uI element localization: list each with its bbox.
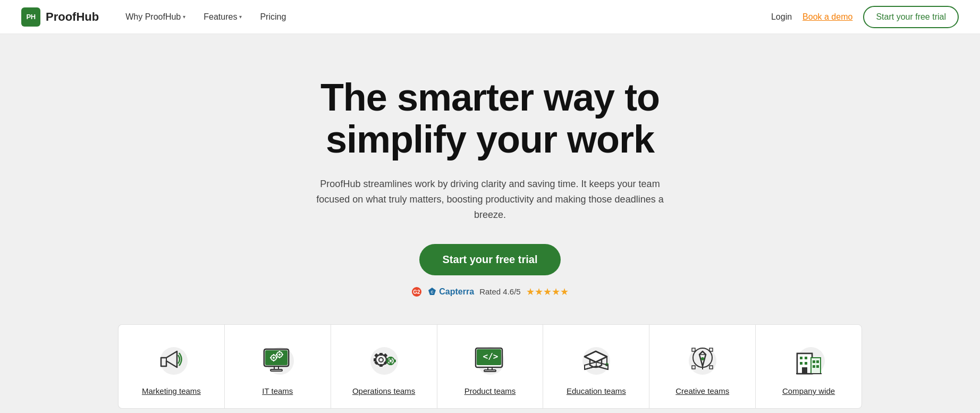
- logo-area[interactable]: PH ProofHub: [21, 7, 99, 27]
- product-label: Product teams: [464, 386, 516, 395]
- it-icon: [256, 341, 299, 378]
- creative-label: Creative teams: [675, 386, 729, 395]
- nav-pricing[interactable]: Pricing: [252, 8, 293, 26]
- svg-rect-38: [386, 360, 388, 363]
- creative-icon: [681, 341, 724, 378]
- team-card-it[interactable]: IT teams: [224, 324, 331, 409]
- operations-icon: [362, 341, 405, 378]
- team-card-product[interactable]: </> Product teams: [437, 324, 543, 409]
- team-card-marketing[interactable]: Marketing teams: [118, 324, 224, 409]
- svg-rect-26: [379, 353, 383, 356]
- education-icon: [575, 341, 618, 378]
- svg-text:C: C: [431, 290, 434, 294]
- login-link[interactable]: Login: [771, 12, 792, 22]
- hero-ratings: G2 C Capterra Rated 4.6/5 ★★★★★: [411, 286, 568, 298]
- team-card-operations[interactable]: Operations teams: [331, 324, 437, 409]
- svg-point-56: [701, 357, 704, 360]
- nav-why-proofhub[interactable]: Why ProofHub ▾: [118, 8, 193, 26]
- nav-features[interactable]: Features ▾: [196, 8, 249, 26]
- svg-rect-28: [374, 358, 376, 361]
- svg-rect-66: [800, 362, 802, 365]
- svg-rect-37: [389, 363, 392, 365]
- svg-rect-64: [800, 357, 802, 359]
- svg-rect-72: [816, 360, 819, 363]
- svg-rect-70: [811, 358, 821, 374]
- marketing-label: Marketing teams: [142, 386, 201, 395]
- svg-point-10: [273, 357, 275, 359]
- svg-rect-71: [813, 360, 815, 363]
- svg-rect-73: [813, 365, 815, 368]
- hero-section: The smarter way to simplify your work Pr…: [0, 34, 980, 413]
- education-label: Education teams: [567, 386, 626, 395]
- product-icon: </>: [469, 341, 511, 378]
- company-icon: [788, 341, 830, 378]
- svg-rect-68: [802, 367, 807, 374]
- svg-rect-39: [394, 360, 396, 363]
- svg-point-4: [160, 347, 188, 375]
- team-card-education[interactable]: Education teams: [543, 324, 649, 409]
- hero-cta-button[interactable]: Start your free trial: [419, 244, 561, 275]
- chevron-down-icon: ▾: [183, 14, 185, 20]
- hero-title: The smarter way to simplify your work: [320, 77, 660, 161]
- svg-point-16: [278, 353, 281, 356]
- team-card-company[interactable]: Company wide: [755, 324, 862, 409]
- nav-right: Login Book a demo Start your free trial: [771, 6, 959, 28]
- svg-rect-27: [379, 364, 383, 367]
- company-label: Company wide: [782, 386, 835, 395]
- navbar: PH ProofHub Why ProofHub ▾ Features ▾ Pr…: [0, 0, 980, 34]
- operations-label: Operations teams: [352, 386, 415, 395]
- svg-rect-74: [816, 365, 819, 368]
- hero-subtitle: ProofHub streamlines work by driving cla…: [309, 176, 671, 222]
- it-label: IT teams: [262, 386, 293, 395]
- marketing-icon: [150, 341, 192, 378]
- see-all-solutions[interactable]: See all solutions: [459, 409, 521, 413]
- nav-trial-button[interactable]: Start your free trial: [863, 6, 959, 28]
- team-cards: Marketing teams: [118, 324, 862, 409]
- svg-text:</>: </>: [483, 351, 498, 361]
- svg-rect-65: [805, 357, 807, 359]
- capterra-badge: C Capterra: [427, 287, 474, 297]
- nav-links: Why ProofHub ▾ Features ▾ Pricing: [118, 8, 771, 26]
- svg-text:G2: G2: [413, 289, 421, 295]
- svg-rect-67: [805, 362, 807, 365]
- team-card-creative[interactable]: Creative teams: [649, 324, 755, 409]
- logo-name: ProofHub: [46, 10, 99, 24]
- g2-badge: G2: [411, 286, 422, 297]
- logo-icon: PH: [21, 7, 40, 27]
- svg-rect-36: [389, 357, 392, 359]
- rating-stars: ★★★★★: [526, 286, 569, 298]
- book-demo-link[interactable]: Book a demo: [802, 12, 852, 22]
- chevron-down-icon: ▾: [239, 14, 242, 20]
